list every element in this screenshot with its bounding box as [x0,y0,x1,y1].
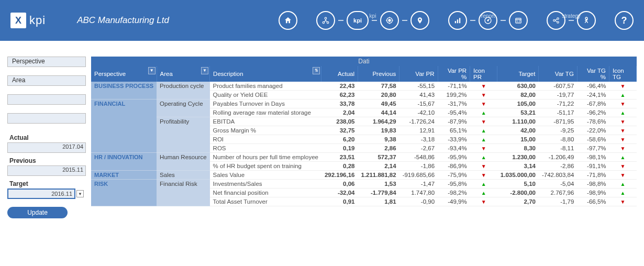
cell-varpr: 1.747,80 [399,189,438,197]
cell-vartgp: -91,1% [577,162,609,171]
cell-target: 1.035.000,00 [497,171,539,180]
cell-previous: 19,83 [358,126,399,135]
cell-perspective: RISK [91,180,157,206]
cell-target: 53,21 [497,108,539,117]
svg-rect-6 [457,19,458,23]
col-previous[interactable]: Previous [358,66,399,82]
cell-icontg: ▲ [609,91,637,99]
logo-mark: X [10,13,26,28]
hierarchy-icon[interactable] [316,11,335,30]
kpi-button[interactable]: kpi [347,11,369,30]
cell-varpr: 12,91 [399,126,438,135]
filter-dropdown-icon[interactable]: ▼ [148,67,156,74]
svg-rect-5 [455,21,456,23]
logo-text: kpi [29,14,46,27]
cell-actual: 32,75 [321,126,358,135]
sidebar: Perspective Area Actual 2017.04 Previous… [7,57,86,218]
cell-actual: 2,04 [321,108,358,117]
filter-4[interactable] [7,113,86,124]
cell-description: Number of hours per full time employee [210,153,321,162]
cell-vartg: -871,95 [539,117,577,126]
filter-3[interactable] [7,94,86,105]
svg-point-9 [487,20,488,21]
col-vartgp[interactable]: Var TG % [577,66,609,82]
col-varpr[interactable]: Var PR [399,66,438,82]
home-icon[interactable] [279,11,297,30]
cell-varprp: -87,9% [438,117,470,126]
cell-vartg: -8,80 [539,135,577,144]
cell-varpr: -548,86 [399,153,438,162]
cell-description: Product families managed [210,82,321,91]
help-icon[interactable]: ? [615,11,634,30]
cell-iconpr: ▲ [470,153,497,162]
col-vartg[interactable]: Var TG [539,66,577,82]
cell-varpr: -0,90 [399,197,438,206]
col-actual[interactable]: Actual [321,66,358,82]
chart-icon[interactable] [448,11,467,30]
cell-varprp: -95,8% [438,180,470,189]
previous-input[interactable]: 2015.11 [7,165,86,176]
col-area[interactable]: Area▼ [157,66,209,82]
perspective-filter[interactable]: Perspective [7,57,86,67]
cell-vartg: -1,79 [539,197,577,206]
cell-iconpr: ▲ [470,180,497,189]
cell-iconpr: ▼ [470,162,497,171]
col-perspective[interactable]: Perspective▼ [91,66,157,82]
cell-icontg: ▼ [609,82,637,91]
topbar: X kpi ABC Manufacturing Ltd kpi kpi repo… [0,0,644,41]
kpi-table: Perspective▼ Area▼ Description⇅ Actual P… [91,66,637,206]
cell-target: 630,00 [497,82,539,91]
cell-area: Production cycle [157,82,209,99]
nav-report-label: report [481,13,495,19]
col-description[interactable]: Description⇅ [210,66,321,82]
cell-description: Net financial position [210,189,321,197]
cell-description: Sales Value [210,171,321,180]
cell-icontg: ▼ [609,117,637,126]
cell-iconpr: ▲ [470,108,497,117]
cell-varprp: -75,9% [438,171,470,180]
cell-varprp: 199,2% [438,91,470,99]
cell-icontg: ▼ [609,162,637,171]
cell-icontg: ▲ [609,189,637,197]
cell-target: 8,30 [497,144,539,153]
sort-dropdown-icon[interactable]: ⇅ [313,67,320,74]
cell-varprp: -49,9% [438,197,470,206]
col-target[interactable]: Target [497,66,539,82]
table-row: RISKFinancial RiskInvestments/Sales0,061… [91,180,637,189]
cell-target: 42,00 [497,126,539,135]
cell-varprp: -86,9% [438,162,470,171]
cell-varpr: -919.685,66 [399,171,438,180]
col-icontg[interactable]: Icon TG [609,66,637,82]
location-icon[interactable] [410,11,429,30]
cell-vartgp: -96,4% [577,82,609,91]
cell-previous: 1.211.881,82 [358,171,399,180]
target-icon[interactable] [380,11,399,30]
cell-varpr: -1.726,24 [399,117,438,126]
cell-vartg: -1.206,49 [539,153,577,162]
cell-previous: 2,86 [358,144,399,153]
cell-description: Payables Turnover in Days [210,99,321,108]
cell-perspective: HR / INNOVATION [91,153,157,171]
col-varprp[interactable]: Var PR % [438,66,470,82]
filter-dropdown-icon[interactable]: ▼ [201,67,208,74]
col-iconpr[interactable]: Icon PR [470,66,497,82]
target-dropdown-arrow[interactable]: ▼ [76,190,84,197]
cell-varprp: -31,7% [438,99,470,108]
cell-vartgp: -96,2% [577,108,609,117]
update-button[interactable]: Update [7,207,68,218]
actual-input[interactable]: 2017.04 [7,142,86,153]
area-filter[interactable]: Area [7,75,86,86]
cell-iconpr: ▼ [470,91,497,99]
cell-iconpr: ▼ [470,197,497,206]
cell-vartg: 2.767,96 [539,189,577,197]
cell-area: Financial Risk [157,180,209,206]
svg-rect-7 [459,18,460,23]
cell-description: Investments/Sales [210,180,321,189]
target-input[interactable]: 2016.11 [7,189,75,199]
cell-actual: 0,19 [321,144,358,153]
cell-previous: 9,38 [358,135,399,144]
cell-area: Operating Cycle [157,99,209,117]
cell-vartg: -19,77 [539,91,577,99]
company-name: ABC Manufacturing Ltd [77,15,169,26]
calendar-icon[interactable]: 12 [509,11,528,30]
